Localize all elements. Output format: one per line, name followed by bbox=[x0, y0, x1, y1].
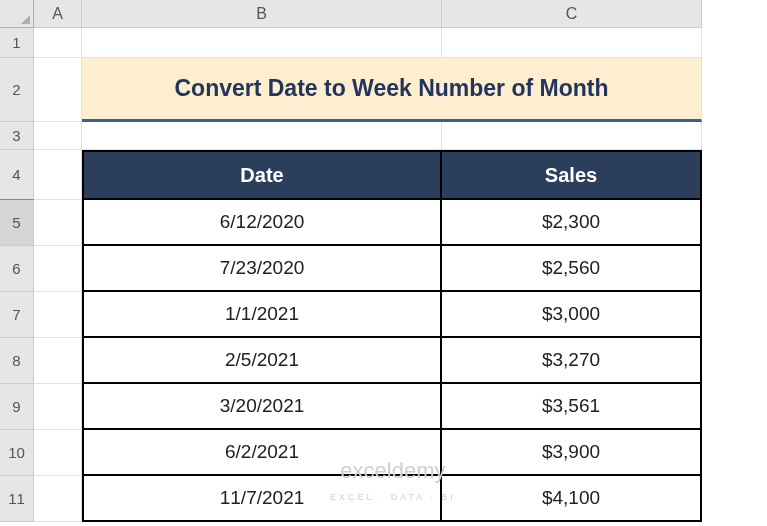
cell-a2[interactable] bbox=[34, 58, 82, 122]
table-row[interactable]: 11/7/2021 bbox=[82, 476, 442, 522]
col-header-a[interactable]: A bbox=[34, 0, 82, 28]
row-header-9[interactable]: 9 bbox=[0, 384, 34, 430]
cell-a4[interactable] bbox=[34, 150, 82, 200]
row-header-8[interactable]: 8 bbox=[0, 338, 34, 384]
cell-a8[interactable] bbox=[34, 338, 82, 384]
table-row[interactable]: 2/5/2021 bbox=[82, 338, 442, 384]
cell-a7[interactable] bbox=[34, 292, 82, 338]
cell-a11[interactable] bbox=[34, 476, 82, 522]
row-header-2[interactable]: 2 bbox=[0, 58, 34, 122]
table-row[interactable]: $3,561 bbox=[442, 384, 702, 430]
cell-a6[interactable] bbox=[34, 246, 82, 292]
cell-a3[interactable] bbox=[34, 122, 82, 150]
table-row[interactable]: $2,300 bbox=[442, 200, 702, 246]
table-row[interactable]: $3,900 bbox=[442, 430, 702, 476]
cell-a1[interactable] bbox=[34, 28, 82, 58]
table-row[interactable]: 7/23/2020 bbox=[82, 246, 442, 292]
cell-b3[interactable] bbox=[82, 122, 442, 150]
row-header-7[interactable]: 7 bbox=[0, 292, 34, 338]
cell-a10[interactable] bbox=[34, 430, 82, 476]
cell-a5[interactable] bbox=[34, 200, 82, 246]
cell-b1[interactable] bbox=[82, 28, 442, 58]
row-header-4[interactable]: 4 bbox=[0, 150, 34, 200]
col-header-b[interactable]: B bbox=[82, 0, 442, 28]
row-header-11[interactable]: 11 bbox=[0, 476, 34, 522]
col-header-c[interactable]: C bbox=[442, 0, 702, 28]
cell-a9[interactable] bbox=[34, 384, 82, 430]
row-header-5[interactable]: 5 bbox=[0, 200, 34, 246]
table-row[interactable]: 6/12/2020 bbox=[82, 200, 442, 246]
table-row[interactable]: 3/20/2021 bbox=[82, 384, 442, 430]
table-header-sales[interactable]: Sales bbox=[442, 150, 702, 200]
table-header-date[interactable]: Date bbox=[82, 150, 442, 200]
table-row[interactable]: 1/1/2021 bbox=[82, 292, 442, 338]
row-header-10[interactable]: 10 bbox=[0, 430, 34, 476]
spreadsheet-grid: A B C 1 2 Convert Date to Week Number of… bbox=[0, 0, 767, 522]
select-all-corner[interactable] bbox=[0, 0, 34, 28]
cell-c3[interactable] bbox=[442, 122, 702, 150]
table-row[interactable]: $3,270 bbox=[442, 338, 702, 384]
row-header-3[interactable]: 3 bbox=[0, 122, 34, 150]
table-row[interactable]: $2,560 bbox=[442, 246, 702, 292]
table-row[interactable]: $4,100 bbox=[442, 476, 702, 522]
table-row[interactable]: 6/2/2021 bbox=[82, 430, 442, 476]
row-header-6[interactable]: 6 bbox=[0, 246, 34, 292]
table-row[interactable]: $3,000 bbox=[442, 292, 702, 338]
row-header-1[interactable]: 1 bbox=[0, 28, 34, 58]
cell-c1[interactable] bbox=[442, 28, 702, 58]
title-cell[interactable]: Convert Date to Week Number of Month bbox=[82, 58, 702, 122]
